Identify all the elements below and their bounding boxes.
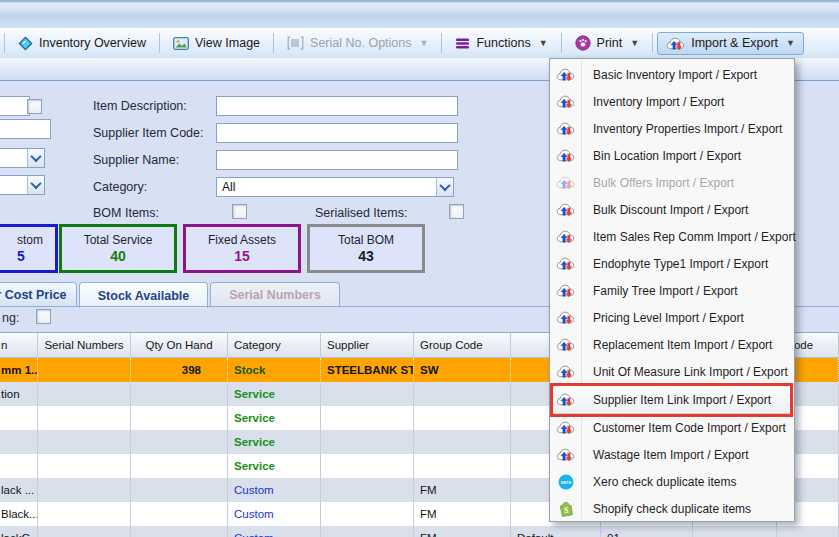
- cloud-sync-icon: [550, 175, 581, 190]
- table-cell[interactable]: [321, 406, 414, 430]
- table-cell[interactable]: [38, 478, 131, 502]
- menu-item-bulk-discount-import-export[interactable]: Bulk Discount Import / Export: [550, 196, 794, 223]
- table-cell[interactable]: [131, 454, 228, 478]
- table-cell[interactable]: [0, 430, 38, 454]
- table-cell[interactable]: [131, 382, 228, 406]
- menu-item-inventory-properties-import-export[interactable]: Inventory Properties Import / Export: [550, 115, 794, 142]
- table-cell[interactable]: [414, 382, 511, 406]
- table-cell[interactable]: [321, 526, 414, 537]
- combo-dropdown-button[interactable]: [27, 176, 44, 194]
- grid-header-cell[interactable]: Supplier: [321, 333, 414, 357]
- serialised-items-checkbox[interactable]: [449, 204, 464, 219]
- view-image-button[interactable]: View Image: [164, 32, 269, 54]
- table-row[interactable]: lackG Custom FM Default 01: [0, 526, 839, 537]
- bom-items-checkbox[interactable]: [232, 204, 247, 219]
- table-cell[interactable]: [321, 454, 414, 478]
- left-cropped-checkbox[interactable]: [27, 99, 42, 114]
- grid-header-cell[interactable]: Serial Numbers: [38, 333, 131, 357]
- supplier-name-input[interactable]: [216, 150, 458, 170]
- menu-item-shopify-check-duplicate-items[interactable]: Shopify check duplicate items: [550, 495, 794, 522]
- table-cell[interactable]: Custom: [228, 502, 321, 526]
- table-cell[interactable]: Service: [228, 406, 321, 430]
- table-cell[interactable]: [321, 502, 414, 526]
- grid-header-cell[interactable]: Qty On Hand: [131, 333, 228, 357]
- table-cell[interactable]: [321, 478, 414, 502]
- left-cropped-input-2[interactable]: [0, 119, 51, 139]
- combo-dropdown-button[interactable]: [27, 149, 44, 167]
- combo-dropdown-button[interactable]: [436, 178, 453, 196]
- table-cell[interactable]: mm 1...: [0, 358, 38, 382]
- table-cell[interactable]: [38, 430, 131, 454]
- table-cell[interactable]: [131, 406, 228, 430]
- table-cell[interactable]: [131, 502, 228, 526]
- table-cell[interactable]: Service: [228, 382, 321, 406]
- tab-cost-price[interactable]: r Cost Price: [0, 282, 77, 307]
- table-cell[interactable]: [0, 454, 38, 478]
- inventory-overview-button[interactable]: Inventory Overview: [9, 32, 155, 55]
- table-cell[interactable]: FM: [414, 502, 511, 526]
- table-cell[interactable]: STEELBANK ST...: [321, 358, 414, 382]
- table-cell[interactable]: tion: [0, 382, 38, 406]
- left-cropped-combobox-1[interactable]: [0, 148, 45, 168]
- table-cell[interactable]: Service: [228, 430, 321, 454]
- menu-item-supplier-item-link-import-export[interactable]: Supplier Item Link Import / Export: [550, 385, 794, 414]
- table-cell[interactable]: Custom: [228, 478, 321, 502]
- left-cropped-input-1[interactable]: [0, 96, 30, 116]
- table-cell[interactable]: [131, 430, 228, 454]
- menu-item-customer-item-code-import-export[interactable]: Customer Item Code Import / Export: [550, 414, 794, 441]
- tab-stock-available[interactable]: Stock Available: [79, 282, 208, 308]
- table-cell[interactable]: 398: [131, 358, 228, 382]
- menu-item-xero-check-duplicate-items[interactable]: Xero check duplicate items: [550, 468, 794, 495]
- table-cell[interactable]: FM: [414, 478, 511, 502]
- menu-item-bin-location-import-export[interactable]: Bin Location Import / Export: [550, 142, 794, 169]
- table-cell[interactable]: [414, 454, 511, 478]
- table-cell[interactable]: [38, 502, 131, 526]
- table-cell[interactable]: Custom: [228, 526, 321, 537]
- table-cell[interactable]: Default: [511, 526, 601, 537]
- table-cell[interactable]: [38, 358, 131, 382]
- table-cell[interactable]: Black...: [0, 502, 38, 526]
- menu-item-pricing-level-import-export[interactable]: Pricing Level Import / Export: [550, 304, 794, 331]
- import-export-button[interactable]: Import & Export ▼: [657, 32, 804, 55]
- table-cell[interactable]: [38, 454, 131, 478]
- table-cell[interactable]: [38, 526, 131, 537]
- table-cell[interactable]: 01: [601, 526, 693, 537]
- table-cell[interactable]: [777, 526, 839, 537]
- menu-item-replacement-item-import-export[interactable]: Replacement Item Import / Export: [550, 331, 794, 358]
- category-combobox[interactable]: All: [216, 177, 454, 197]
- item-description-label: Item Description:: [93, 99, 187, 113]
- table-cell[interactable]: [131, 478, 228, 502]
- grid-header-cell[interactable]: Category: [228, 333, 321, 357]
- table-cell[interactable]: [38, 382, 131, 406]
- table-cell[interactable]: [0, 406, 38, 430]
- grouping-checkbox[interactable]: [36, 309, 51, 324]
- item-description-input[interactable]: [216, 96, 458, 116]
- table-cell[interactable]: [38, 406, 131, 430]
- functions-button[interactable]: Functions ▼: [446, 32, 556, 54]
- menu-item-inventory-import-export[interactable]: Inventory Import / Export: [550, 88, 794, 115]
- menu-item-wastage-item-import-export[interactable]: Wastage Item Import / Export: [550, 441, 794, 468]
- table-cell[interactable]: [131, 526, 228, 537]
- table-cell[interactable]: [321, 430, 414, 454]
- menu-item-basic-inventory-import-export[interactable]: Basic Inventory Import / Export: [550, 61, 794, 88]
- table-cell[interactable]: [414, 430, 511, 454]
- view-image-label: View Image: [195, 36, 260, 50]
- table-cell[interactable]: [693, 526, 777, 537]
- table-cell[interactable]: Service: [228, 454, 321, 478]
- menu-item-endophyte-type1-import-export[interactable]: Endophyte Type1 Import / Export: [550, 250, 794, 277]
- table-cell[interactable]: [321, 382, 414, 406]
- left-cropped-combobox-2[interactable]: [0, 175, 45, 195]
- table-cell[interactable]: Stock: [228, 358, 321, 382]
- table-cell[interactable]: FM: [414, 526, 511, 537]
- table-cell[interactable]: lackG: [0, 526, 38, 537]
- menu-item-unit-of-measure-link-import-export[interactable]: Unit Of Measure Link Import / Export: [550, 358, 794, 385]
- grid-header-cell[interactable]: Group Code: [414, 333, 511, 357]
- print-button[interactable]: Print ▼: [566, 31, 649, 55]
- grid-header-cell[interactable]: n: [0, 333, 38, 357]
- menu-item-item-sales-rep-comm-import-export[interactable]: Item Sales Rep Comm Import / Export: [550, 223, 794, 250]
- table-cell[interactable]: lack ...: [0, 478, 38, 502]
- supplier-item-code-input[interactable]: [216, 123, 458, 143]
- table-cell[interactable]: SW: [414, 358, 511, 382]
- menu-item-family-tree-import-export[interactable]: Family Tree Import / Export: [550, 277, 794, 304]
- table-cell[interactable]: [414, 406, 511, 430]
